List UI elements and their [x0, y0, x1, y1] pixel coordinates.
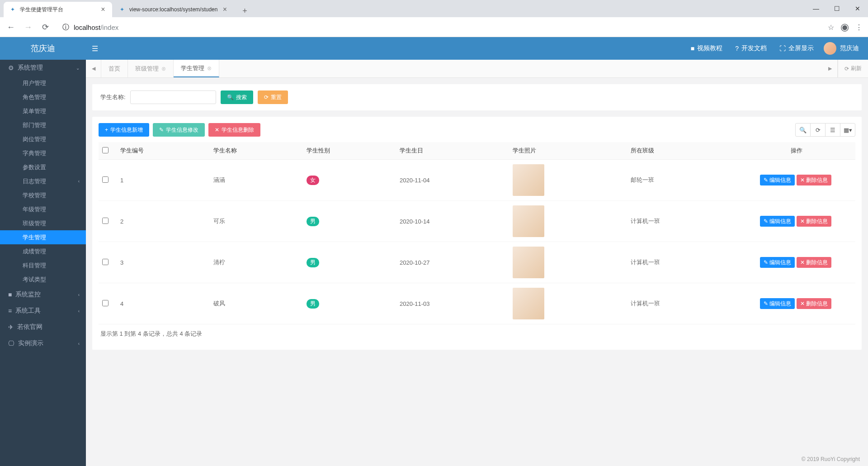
chevron-down-icon: ⌄	[76, 66, 80, 71]
minimize-button[interactable]: —	[806, 0, 826, 17]
row-checkbox[interactable]	[102, 259, 108, 265]
tab-student[interactable]: 学生管理⊗	[174, 60, 219, 77]
sidebar-item[interactable]: 岗位管理	[0, 132, 86, 146]
star-icon[interactable]: ☆	[828, 23, 834, 32]
delete-student-button[interactable]: ✕学生信息删除	[208, 123, 260, 137]
cell-id: 1	[117, 160, 210, 201]
student-table: 学生编号 学生名称 学生性别 学生生日 学生照片 所在班级 操作 1涵涵女202…	[99, 142, 855, 324]
avatar[interactable]	[824, 42, 836, 55]
sidebar-item[interactable]: 成绩管理	[0, 244, 86, 258]
table-row: 4破风男2020-11-03计算机一班✎编辑信息✕删除信息	[99, 283, 855, 324]
tabs-scroll-left[interactable]: ◀	[86, 60, 101, 77]
col-photo[interactable]: 学生照片	[509, 142, 627, 160]
row-edit-button[interactable]: ✎编辑信息	[760, 216, 795, 227]
col-name[interactable]: 学生名称	[210, 142, 303, 160]
sidebar-item[interactable]: 学校管理	[0, 188, 86, 202]
sidebar-item[interactable]: 部门管理	[0, 118, 86, 132]
sidebar-item[interactable]: 学生管理	[0, 230, 86, 244]
close-icon[interactable]: ×	[221, 6, 228, 13]
toolbar-refresh-button[interactable]: ⟳	[810, 123, 826, 137]
sidebar-group-site[interactable]: ✈若依官网	[0, 319, 86, 335]
back-button[interactable]: ←	[5, 22, 16, 33]
cell-birthday: 2020-11-03	[396, 283, 509, 324]
new-tab-button[interactable]: +	[238, 5, 251, 17]
sidebar-group-tool[interactable]: ≡系统工具‹	[0, 303, 86, 319]
search-button[interactable]: 🔍搜索	[221, 90, 253, 104]
sidebar-item[interactable]: 字典管理	[0, 146, 86, 160]
toolbar-search-button[interactable]: 🔍	[795, 123, 811, 137]
reset-button[interactable]: ⟳重置	[258, 90, 288, 104]
close-icon[interactable]: ⊗	[161, 66, 166, 72]
tab-home[interactable]: 首页	[101, 60, 128, 77]
video-tutorial-link[interactable]: ■视频教程	[684, 44, 729, 52]
edit-student-button[interactable]: ✎学生信息修改	[153, 123, 205, 137]
tab-refresh-button[interactable]: ⟳刷新	[838, 60, 868, 77]
select-all-checkbox[interactable]	[102, 147, 108, 153]
edit-icon: ✎	[764, 218, 768, 224]
row-delete-button[interactable]: ✕删除信息	[797, 298, 831, 309]
col-id[interactable]: 学生编号	[117, 142, 210, 160]
close-icon: ✕	[800, 177, 805, 183]
reload-button[interactable]: ⟳	[40, 22, 51, 33]
cell-birthday: 2020-11-04	[396, 160, 509, 201]
table-toolbar: +学生信息新增 ✎学生信息修改 ✕学生信息删除 🔍 ⟳ ☰ ▦▾	[99, 123, 855, 137]
student-name-input[interactable]	[130, 90, 216, 104]
row-checkbox[interactable]	[102, 300, 108, 306]
row-edit-button[interactable]: ✎编辑信息	[760, 175, 795, 185]
close-icon[interactable]: ⊗	[207, 65, 212, 71]
cell-class: 计算机一班	[627, 283, 738, 324]
toolbar-grid-button[interactable]: ▦▾	[840, 123, 855, 137]
fullscreen-link[interactable]: ⛶全屏显示	[773, 44, 820, 52]
tabs-scroll-right[interactable]: ▶	[822, 60, 838, 77]
url-field[interactable]: ⓘ localhost/index	[57, 20, 821, 34]
row-delete-button[interactable]: ✕删除信息	[797, 257, 831, 268]
gear-icon: ⚙	[8, 64, 14, 71]
search-panel: 学生名称: 🔍搜索 ⟳重置	[92, 84, 862, 110]
row-checkbox[interactable]	[102, 218, 108, 224]
content-area: ◀ 首页 班级管理⊗ 学生管理⊗ ▶ ⟳刷新 学生名称: 🔍搜索 ⟳重置 +学生…	[86, 60, 868, 466]
sidebar-item[interactable]: 班级管理	[0, 216, 86, 230]
menu-icon[interactable]: ⋮	[855, 23, 863, 32]
plane-icon: ✈	[8, 323, 14, 331]
close-icon[interactable]: ×	[99, 6, 107, 13]
address-bar: ← → ⟳ ⓘ localhost/index ☆ ◉ ⋮	[0, 17, 868, 37]
forward-button[interactable]: →	[23, 22, 33, 33]
maximize-button[interactable]: ☐	[826, 0, 847, 17]
sidebar-item[interactable]: 考试类型	[0, 272, 86, 286]
sidebar-item[interactable]: 年级管理	[0, 202, 86, 216]
sidebar-group-monitor[interactable]: ■系统监控‹	[0, 286, 86, 303]
sidebar-group-demo[interactable]: 🖵实例演示‹	[0, 335, 86, 352]
col-op[interactable]: 操作	[738, 142, 855, 160]
row-edit-button[interactable]: ✎编辑信息	[760, 257, 795, 268]
hamburger-icon[interactable]: ☰	[86, 44, 104, 53]
tab-class[interactable]: 班级管理⊗	[128, 60, 174, 77]
row-edit-button[interactable]: ✎编辑信息	[760, 298, 795, 309]
sidebar-item[interactable]: 角色管理	[0, 90, 86, 104]
row-checkbox[interactable]	[102, 176, 108, 183]
sidebar-item[interactable]: 日志管理‹	[0, 174, 86, 188]
browser-tab-active[interactable]: ✦ 学生便捷管理平台 ×	[4, 2, 112, 17]
cell-photo	[509, 160, 627, 201]
sidebar-item[interactable]: 参数设置	[0, 160, 86, 174]
browser-tab-bar: ✦ 学生便捷管理平台 × ✦ view-source:localhost/sys…	[0, 0, 868, 17]
toolbar-columns-button[interactable]: ☰	[825, 123, 840, 137]
browser-tab-2[interactable]: ✦ view-source:localhost/system/studen ×	[113, 2, 234, 17]
sidebar-item[interactable]: 菜单管理	[0, 104, 86, 118]
student-photo	[513, 205, 544, 237]
close-icon: ✕	[800, 218, 805, 224]
profile-icon[interactable]: ◉	[840, 21, 849, 33]
col-birthday[interactable]: 学生生日	[396, 142, 509, 160]
add-student-button[interactable]: +学生信息新增	[99, 123, 149, 137]
row-delete-button[interactable]: ✕删除信息	[797, 216, 831, 227]
cell-gender: 男	[303, 242, 396, 283]
close-window-button[interactable]: ✕	[847, 0, 868, 17]
sidebar-item[interactable]: 科目管理	[0, 258, 86, 272]
row-delete-button[interactable]: ✕删除信息	[797, 175, 831, 185]
sidebar-item[interactable]: 用户管理	[0, 76, 86, 90]
col-class[interactable]: 所在班级	[627, 142, 738, 160]
sidebar-group-system[interactable]: ⚙ 系统管理 ⌄	[0, 60, 86, 76]
dev-doc-link[interactable]: ?开发文档	[729, 44, 773, 52]
leaf-icon: ✦	[9, 6, 16, 13]
username-label[interactable]: 范庆迪	[840, 44, 868, 52]
col-gender[interactable]: 学生性别	[303, 142, 396, 160]
